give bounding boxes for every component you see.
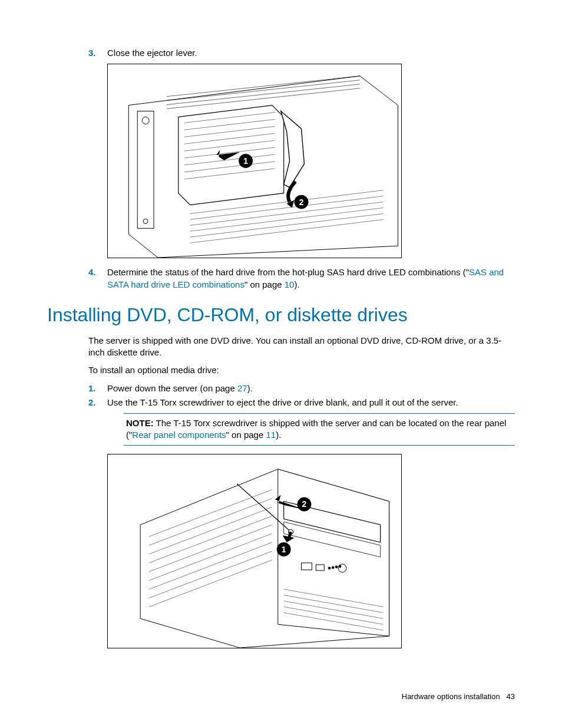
note-label: NOTE:: [126, 418, 154, 428]
step-text: Determine the status of the hard drive f…: [107, 266, 515, 291]
page-ref-link[interactable]: 11: [266, 430, 276, 440]
svg-point-42: [339, 565, 341, 568]
intro-paragraph: The server is shipped with one DVD drive…: [88, 335, 515, 359]
svg-text:1: 1: [243, 156, 248, 166]
lead-in-paragraph: To install an optional media drive:: [88, 364, 515, 376]
figure-ejector-lever: 1 2: [107, 64, 402, 258]
ordered-step: 1. Power down the server (on page 27).: [88, 383, 515, 394]
page-ref-link[interactable]: 10: [285, 279, 295, 289]
step-text: Use the T-15 Torx screwdriver to eject t…: [107, 397, 515, 409]
footer-page-number: 43: [507, 692, 515, 701]
svg-point-41: [335, 566, 338, 568]
ordered-step: 4. Determine the status of the hard driv…: [88, 266, 515, 291]
page-content: 3. Close the ejector lever.: [88, 47, 515, 648]
ordered-step: 2. Use the T-15 Torx screwdriver to ejec…: [88, 397, 515, 409]
section-heading: Installing DVD, CD-ROM, or diskette driv…: [47, 302, 515, 328]
text-run: Determine the status of the hard drive f…: [107, 267, 469, 277]
svg-text:2: 2: [302, 499, 307, 509]
step-number: 1.: [88, 383, 107, 394]
server-illustration-1: 1 2: [108, 64, 401, 258]
ordered-step: 3. Close the ejector lever.: [88, 47, 515, 59]
page-ref-link[interactable]: 27: [237, 383, 247, 393]
server-illustration-2: 2 1: [108, 454, 401, 648]
text-run: ).: [294, 279, 299, 289]
cross-ref-link[interactable]: Rear panel components: [132, 430, 226, 440]
note-text: " on page: [226, 430, 266, 440]
step-number: 3.: [88, 47, 107, 59]
note-text: ).: [276, 430, 281, 440]
svg-text:1: 1: [282, 545, 286, 554]
svg-point-39: [328, 567, 330, 569]
figure-eject-media-drive: 2 1: [107, 454, 402, 648]
note-callout: NOTE: The T-15 Torx screwdriver is shipp…: [124, 413, 515, 446]
text-run: Power down the server (on page: [107, 383, 237, 393]
svg-point-40: [332, 566, 334, 569]
text-run: " on page: [244, 279, 285, 289]
svg-rect-28: [137, 111, 154, 229]
text-run: ).: [247, 383, 253, 393]
page-footer: Hardware options installation 43: [402, 691, 515, 702]
step-number: 4.: [88, 266, 107, 291]
step-text: Power down the server (on page 27).: [107, 383, 515, 394]
step-number: 2.: [88, 397, 107, 409]
footer-title: Hardware options installation: [402, 692, 500, 701]
step-text: Close the ejector lever.: [107, 47, 515, 59]
svg-text:2: 2: [299, 197, 304, 207]
